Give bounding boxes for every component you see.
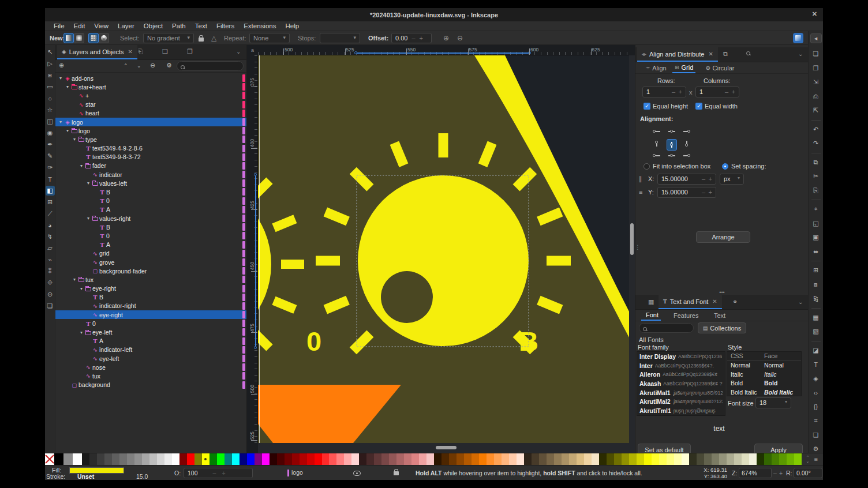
expand-arrow-icon[interactable]: ▾ — [78, 286, 84, 291]
stroke-value[interactable]: Unset — [77, 473, 94, 480]
layer-tree-item-indicator-left[interactable]: ∿indicator-left — [55, 346, 246, 354]
layer-tree-item-+[interactable]: ∿+ — [55, 91, 246, 100]
palette-swatch[interactable] — [285, 453, 292, 465]
shape-builder-tool-icon[interactable]: ⧆ — [46, 70, 55, 80]
palette-swatch[interactable] — [142, 453, 149, 465]
layers-search-input[interactable] — [177, 61, 244, 71]
no-color-swatch[interactable] — [45, 453, 54, 465]
align-dialog-icon[interactable]: ⌗ — [810, 415, 822, 427]
palette-swatch[interactable] — [127, 453, 134, 465]
palette-swatch[interactable] — [322, 453, 330, 465]
palette-swatch[interactable] — [472, 453, 479, 465]
layer-tree-item-logo[interactable]: ▾◈logo — [55, 118, 246, 126]
layer-tree-item-eye-left[interactable]: ∿eye-left — [55, 354, 246, 363]
gradient-tool-icon[interactable]: ◧ — [46, 186, 55, 196]
conical-gradient-button[interactable] — [99, 33, 109, 43]
palette-swatch[interactable] — [419, 453, 426, 465]
layer-tree-item-logo[interactable]: ▾logo — [55, 126, 246, 135]
vertical-ruler[interactable]: 375400425450475500525 — [247, 55, 258, 443]
expand-arrow-icon[interactable]: ▾ — [85, 181, 91, 186]
horizontal-scrollbar[interactable] — [258, 443, 629, 453]
subtab-text[interactable]: Text — [709, 310, 728, 321]
layer-tree-item-0[interactable]: T0 — [55, 319, 246, 328]
palette-swatch[interactable] — [464, 453, 472, 465]
group-icon[interactable]: ▦ — [810, 311, 822, 324]
paste-icon[interactable]: ⎘ — [810, 185, 822, 197]
subtab-grid[interactable]: ⊞Grid — [672, 62, 695, 73]
palette-swatch[interactable] — [54, 453, 63, 465]
expand-arrow-icon[interactable]: ▾ — [65, 84, 70, 89]
document-dock-tab-icon[interactable]: ❏ — [162, 48, 168, 55]
opacity-spinbox[interactable]: 100–+ — [184, 468, 253, 478]
font-family-item[interactable]: AkrutiTml1ɲʋʂɳ ɲʋʂɳ@ʋɳʂɯʂ — [637, 406, 725, 415]
expand-arrow-icon[interactable]: ▾ — [58, 119, 63, 125]
insert-stop-icon[interactable]: ⊕ — [443, 34, 449, 42]
palette-swatch[interactable] — [787, 453, 794, 465]
dock-menu-chevron-icon[interactable]: ⌄ — [798, 299, 803, 305]
mesh-gradient-button[interactable] — [88, 33, 99, 43]
font-search-input[interactable] — [639, 323, 694, 333]
palette-swatch[interactable] — [539, 453, 547, 465]
layer-tree-item-tux[interactable]: ▾tux — [55, 275, 246, 284]
palette-swatch[interactable] — [592, 453, 599, 465]
import-icon[interactable]: ⇲ — [810, 76, 822, 88]
tab-layers-and-objects[interactable]: ◈ Layers and Objects ✕ — [57, 45, 137, 59]
cut-icon[interactable]: ✂ — [810, 170, 822, 182]
zoom-minus-icon[interactable]: – — [773, 470, 777, 476]
palette-swatch[interactable] — [479, 453, 487, 465]
palette-swatch[interactable] — [764, 453, 772, 465]
dock-menu-chevron-icon[interactable]: ⌄ — [236, 48, 241, 55]
palette-swatch[interactable] — [277, 453, 285, 465]
palette-swatch[interactable] — [517, 453, 524, 465]
clone-icon[interactable]: ⧇ — [810, 279, 822, 291]
palette-menu-icon[interactable]: ≡ — [814, 453, 824, 465]
radial-gradient-button[interactable] — [74, 33, 84, 43]
expand-arrow-icon[interactable]: ▾ — [78, 163, 84, 168]
pages-tool-icon[interactable]: ❏ — [46, 301, 55, 311]
palette-swatch[interactable] — [262, 453, 270, 465]
layer-tree-item-tux[interactable]: ∿tux — [55, 371, 246, 380]
palette-swatch[interactable] — [411, 453, 419, 465]
unit-dropdown[interactable]: px▾ — [720, 174, 744, 185]
palette-swatch[interactable] — [584, 453, 592, 465]
open-document-icon[interactable]: ❐ — [810, 62, 822, 74]
palette-swatch[interactable] — [134, 453, 142, 465]
rows-spinbox[interactable]: 1–+ — [642, 87, 686, 97]
palette-swatch[interactable] — [89, 453, 97, 465]
palette-swatch[interactable] — [509, 453, 517, 465]
palette-swatch[interactable] — [487, 453, 494, 465]
palette-swatch[interactable] — [307, 453, 315, 465]
palette-swatch[interactable] — [255, 453, 262, 465]
layer-tree-item-add-ons[interactable]: ▾◈add-ons — [55, 74, 246, 82]
equal-width-checkbox[interactable]: ✓ — [695, 103, 702, 110]
palette-swatch[interactable] — [734, 453, 742, 465]
swatches-dock-tab-icon[interactable]: ▦ — [648, 298, 654, 306]
star-tool-icon[interactable]: ☆ — [46, 105, 55, 115]
paint-bucket-tool-icon[interactable]: ◕ — [46, 220, 55, 230]
palette-scroll-arrows[interactable]: ⌃⌄ — [802, 453, 814, 465]
palette-swatch[interactable] — [532, 453, 539, 465]
palette-swatch[interactable] — [704, 453, 712, 465]
palette-swatch[interactable] — [381, 453, 389, 465]
x-spacing-spinbox[interactable]: 15.00000–+ — [657, 174, 716, 185]
offset-spinbox[interactable]: 0.00–+ — [391, 33, 432, 43]
repeat-dropdown[interactable]: None▾ — [249, 33, 290, 43]
zoom-tool-icon[interactable]: ⊙ — [46, 290, 55, 299]
current-layer-chip[interactable]: logo — [287, 469, 303, 476]
history-dock-tab-icon[interactable]: ⎗ — [138, 48, 143, 55]
spray-tool-icon[interactable]: ⁑ — [46, 266, 55, 276]
duplicate-icon[interactable]: ⊞ — [810, 264, 822, 276]
titlebar[interactable]: *20240130-update-linuxdaw.svg - Inkscape… — [45, 8, 823, 21]
close-tab-icon[interactable]: ✕ — [128, 48, 132, 55]
ruler-corner[interactable]: a — [247, 45, 258, 55]
palette-swatch[interactable] — [689, 453, 697, 465]
expand-arrow-icon[interactable]: ▾ — [78, 330, 84, 335]
font-style-item-italic[interactable]: ItalicItalic — [727, 370, 801, 379]
palette-swatch[interactable] — [719, 453, 727, 465]
stops-dropdown[interactable]: ▾ — [320, 33, 360, 43]
palette-swatch[interactable] — [772, 453, 779, 465]
symbols-dialog-icon[interactable]: ◈ — [810, 373, 822, 385]
font-family-list[interactable]: Inter DisplayAaBbCcIiPpQq1236InterAaBbCc… — [637, 351, 725, 416]
menu-text[interactable]: Text — [191, 22, 211, 30]
palette-swatch[interactable] — [644, 453, 652, 465]
